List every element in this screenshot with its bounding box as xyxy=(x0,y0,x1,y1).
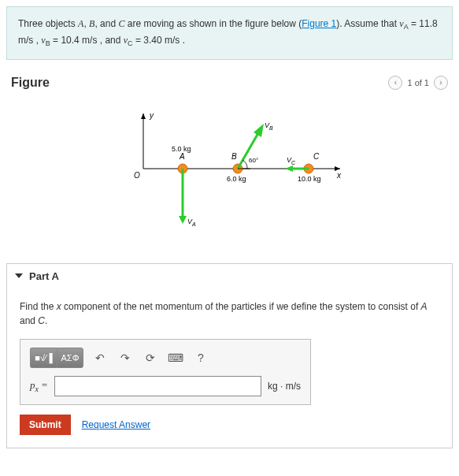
part-a-panel: Part A Find the x component of the net m… xyxy=(6,263,453,448)
templates-button[interactable]: ■√⁄▐ xyxy=(30,348,57,368)
figure-diagram: y x O A 5.0 kg VA B 60° 6.0 kg VB C xyxy=(112,106,348,240)
reset-button[interactable]: ⟳ xyxy=(142,349,159,366)
answer-toolbar: ■√⁄▐ ΑΣΦ ↶ ↷ ⟳ ⌨ ? xyxy=(30,348,301,368)
figure-link[interactable]: Figure 1 xyxy=(302,18,336,29)
svg-text:VC: VC xyxy=(287,156,296,165)
request-answer-link[interactable]: Request Answer xyxy=(82,419,150,430)
obj-C-label: C xyxy=(313,152,320,161)
keyboard-button[interactable]: ⌨ xyxy=(167,349,184,366)
svg-text:VA: VA xyxy=(187,218,196,227)
submit-button[interactable]: Submit xyxy=(20,415,71,435)
obj-C-mass: 10.0 kg xyxy=(298,175,321,183)
part-a-question: Find the x component of the net momentum… xyxy=(20,299,439,328)
figure-prev-button[interactable]: ‹ xyxy=(388,76,402,90)
obj-A-mass: 5.0 kg xyxy=(172,145,191,153)
collapse-caret-icon xyxy=(15,273,23,278)
greek-button[interactable]: ΑΣΦ xyxy=(57,348,83,368)
origin-label: O xyxy=(134,171,140,180)
undo-button[interactable]: ↶ xyxy=(91,349,109,366)
answer-lhs: px = xyxy=(30,379,48,393)
axis-x-label: x xyxy=(336,171,342,180)
problem-statement: Three objects A, B, and C are moving as … xyxy=(6,6,453,60)
figure-canvas: y x O A 5.0 kg VA B 60° 6.0 kg VB C xyxy=(11,90,448,255)
help-button[interactable]: ? xyxy=(192,349,209,366)
figure-section: Figure ‹ 1 of 1 › y x O A 5.0 kg VA xyxy=(0,60,459,263)
figure-title: Figure xyxy=(11,76,50,90)
figure-next-button[interactable]: › xyxy=(434,76,448,90)
svg-marker-10 xyxy=(254,124,264,137)
answer-units: kg · m/s xyxy=(268,381,301,392)
figure-page-indicator: 1 of 1 xyxy=(407,78,429,87)
svg-marker-3 xyxy=(141,113,146,119)
obj-A-label: A xyxy=(179,152,185,161)
redo-button[interactable]: ↷ xyxy=(117,349,134,366)
figure-pager: ‹ 1 of 1 › xyxy=(388,76,448,90)
part-a-header[interactable]: Part A xyxy=(7,264,452,288)
axis-y-label: y xyxy=(149,111,154,120)
obj-B-mass: 6.0 kg xyxy=(227,175,246,183)
problem-text: Three objects A, B, and C are moving as … xyxy=(18,18,438,46)
part-a-title: Part A xyxy=(29,270,59,282)
obj-B-label: B xyxy=(231,152,237,161)
svg-marker-6 xyxy=(179,216,187,224)
obj-B-angle: 60° xyxy=(249,157,258,164)
answer-input[interactable] xyxy=(54,376,261,396)
svg-marker-15 xyxy=(285,165,293,172)
svg-text:VB: VB xyxy=(265,121,273,131)
answer-region: ■√⁄▐ ΑΣΦ ↶ ↷ ⟳ ⌨ ? px = kg · m/s xyxy=(20,339,311,405)
